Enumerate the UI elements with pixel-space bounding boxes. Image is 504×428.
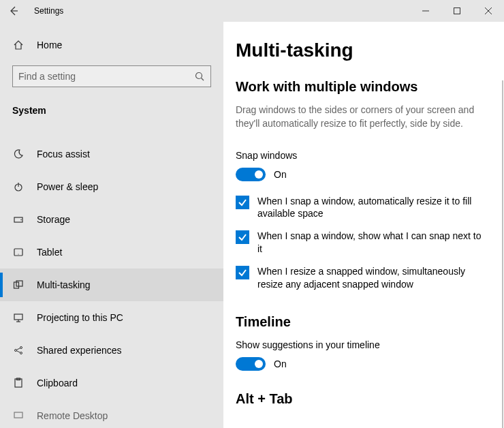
svg-point-12 xyxy=(18,254,18,254)
check-auto-resize[interactable]: When I snap a window, automatically resi… xyxy=(236,195,488,221)
sidebar-item-projecting[interactable]: Projecting to this PC xyxy=(0,301,223,334)
tablet-icon xyxy=(12,247,25,258)
search-input[interactable] xyxy=(18,71,194,82)
sidebar-item-storage[interactable]: Storage xyxy=(0,203,223,236)
section-title-alt-tab: Alt + Tab xyxy=(236,391,488,407)
check-snap-next[interactable]: When I snap a window, show what I can sn… xyxy=(236,230,488,256)
sidebar-item-multi-tasking[interactable]: Multi-tasking xyxy=(0,269,223,301)
snap-windows-label: Snap windows xyxy=(236,150,488,161)
section-title-windows: Work with multiple windows xyxy=(236,79,488,95)
svg-point-5 xyxy=(196,73,202,79)
sidebar-item-label: Focus assist xyxy=(37,149,90,159)
checkbox-icon xyxy=(236,196,249,209)
share-icon xyxy=(12,345,25,356)
sidebar-item-clipboard[interactable]: Clipboard xyxy=(0,367,223,399)
project-icon xyxy=(12,312,25,323)
sidebar-item-label: Remote Desktop xyxy=(37,410,108,421)
svg-line-6 xyxy=(202,78,204,81)
sidebar-item-label: Shared experiences xyxy=(37,345,122,356)
checkbox-icon xyxy=(236,230,249,244)
minimize-button[interactable] xyxy=(410,0,441,22)
close-button[interactable] xyxy=(473,0,504,22)
scrollbar[interactable] xyxy=(502,80,503,428)
sidebar-home[interactable]: Home xyxy=(0,34,223,56)
svg-rect-23 xyxy=(14,412,22,418)
snap-windows-toggle[interactable] xyxy=(236,168,266,181)
search-box[interactable] xyxy=(12,65,211,87)
sidebar: Home System Focus assist Pow xyxy=(0,22,223,428)
search-icon xyxy=(194,71,205,82)
timeline-label: Show suggestions in your timeline xyxy=(236,339,488,350)
checkbox-icon xyxy=(236,266,249,279)
svg-point-10 xyxy=(20,219,22,221)
check-label: When I snap a window, show what I can sn… xyxy=(257,230,488,256)
content-pane: Multi-tasking Work with multiple windows… xyxy=(223,22,504,428)
window-title: Settings xyxy=(34,6,63,16)
sidebar-item-label: Projecting to this PC xyxy=(37,312,123,323)
sidebar-item-tablet[interactable]: Tablet xyxy=(0,236,223,269)
maximize-button[interactable] xyxy=(441,0,473,22)
sidebar-item-remote-desktop[interactable]: Remote Desktop xyxy=(0,399,223,428)
page-title: Multi-tasking xyxy=(236,40,488,61)
sidebar-item-label: Tablet xyxy=(37,247,62,258)
storage-icon xyxy=(12,214,25,225)
moon-icon xyxy=(12,149,25,159)
back-button[interactable] xyxy=(8,5,19,16)
multitask-icon xyxy=(12,279,25,290)
snap-windows-state: On xyxy=(274,169,287,180)
home-icon xyxy=(12,40,25,50)
clipboard-icon xyxy=(12,378,25,388)
sidebar-nav: Focus assist Power & sleep Storage Table… xyxy=(0,138,223,428)
section-desc: Drag windows to the sides or corners of … xyxy=(236,103,488,131)
timeline-state: On xyxy=(274,358,287,369)
sidebar-category: System xyxy=(0,93,223,123)
svg-line-20 xyxy=(16,351,20,353)
timeline-toggle[interactable] xyxy=(236,357,266,371)
svg-rect-15 xyxy=(14,314,22,320)
sidebar-item-label: Multi-tasking xyxy=(37,279,91,290)
sidebar-item-label: Power & sleep xyxy=(37,181,98,192)
remote-icon xyxy=(12,410,25,421)
title-bar: Settings xyxy=(0,0,504,22)
svg-line-19 xyxy=(16,348,20,350)
sidebar-home-label: Home xyxy=(37,40,62,50)
sidebar-item-focus-assist[interactable]: Focus assist xyxy=(0,138,223,170)
svg-point-18 xyxy=(20,352,22,354)
sidebar-item-power-sleep[interactable]: Power & sleep xyxy=(0,170,223,203)
section-title-timeline: Timeline xyxy=(236,314,488,330)
sidebar-item-label: Clipboard xyxy=(37,378,78,388)
check-label: When I snap a window, automatically resi… xyxy=(257,195,488,221)
sidebar-item-shared-experiences[interactable]: Shared experiences xyxy=(0,334,223,367)
check-resize-adjacent[interactable]: When I resize a snapped window, simultan… xyxy=(236,265,488,291)
svg-rect-14 xyxy=(16,281,22,286)
svg-point-16 xyxy=(15,350,17,352)
svg-point-17 xyxy=(20,347,22,349)
svg-rect-2 xyxy=(454,8,460,14)
check-label: When I resize a snapped window, simultan… xyxy=(257,265,488,291)
sidebar-item-label: Storage xyxy=(37,214,70,225)
power-icon xyxy=(12,181,25,192)
